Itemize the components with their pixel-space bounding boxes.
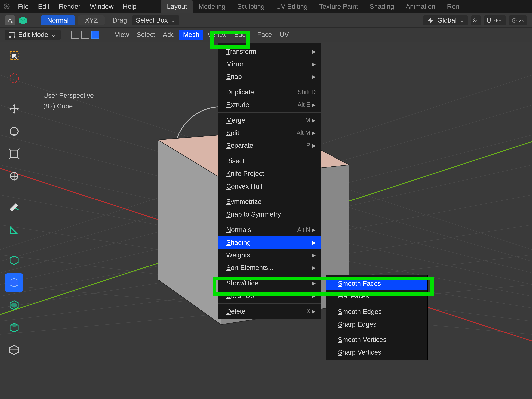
editor-menu-uv[interactable]: UV [277,31,292,38]
menu-item-snap[interactable]: Snap▶ [218,70,321,83]
svg-point-6 [474,20,475,21]
orientation-icon [427,17,434,24]
orientation-dropdown[interactable]: Global ⌄ [423,15,468,25]
proportional-edit-dropdown[interactable] [509,15,527,25]
editor-menu-vertex[interactable]: Vertex [204,31,229,38]
shading-xyz-button[interactable]: XYZ [78,15,105,25]
editor-menu-view[interactable]: View [112,31,132,38]
tab-layout[interactable]: Layout [161,0,193,13]
tool-extrude[interactable] [5,273,23,292]
interaction-mode-icon[interactable] [5,15,15,25]
tool-loop-cut[interactable] [5,341,23,359]
tool-scale[interactable] [5,145,23,163]
submenu-item-sharp-edges[interactable]: Sharp Edges [326,318,427,330]
menu-item-knife-project[interactable]: Knife Project [218,167,321,180]
menu-window[interactable]: Window [85,0,118,13]
menu-item-label: Extrude [226,101,249,108]
menu-item-merge[interactable]: MergeM▶ [218,114,321,127]
menu-item-snap-to-symmetry[interactable]: Snap to Symmetry [218,208,321,221]
menu-edit[interactable]: Edit [33,0,54,13]
snap-dropdown[interactable]: ⊦⊦⊦ ⌄ [484,15,506,25]
edge-select-toggle[interactable] [81,31,89,39]
tab-sculpting[interactable]: Sculpting [231,0,271,13]
vertex-select-toggle[interactable] [71,31,79,39]
editor-menu-face[interactable]: Face [254,31,275,38]
menu-file[interactable]: File [13,0,33,13]
tool-annotate[interactable] [5,198,23,216]
submenu-item-smooth-faces[interactable]: Smooth Faces [326,277,427,290]
submenu-item-smooth-edges[interactable]: Smooth Edges [326,305,427,318]
tool-move[interactable] [5,100,23,118]
menu-render[interactable]: Render [54,0,85,13]
chevron-down-icon: ⌄ [171,18,175,23]
main-menus: FileEditRenderWindowHelp [13,0,141,13]
editor-menu-select[interactable]: Select [134,31,158,38]
tool-transform[interactable] [5,167,23,185]
svg-marker-54 [12,302,17,308]
menu-item-bisect[interactable]: Bisect [218,155,321,167]
face-select-toggle[interactable] [91,31,99,39]
tool-bevel[interactable] [5,318,23,337]
menu-item-normals[interactable]: NormalsAlt N▶ [218,223,321,236]
tool-rotate[interactable] [5,122,23,140]
menu-item-shading[interactable]: Shading▶ [218,236,321,249]
object-type-cube-icon[interactable] [18,15,28,25]
submenu-item-flat-faces[interactable]: Flat Faces [326,290,427,302]
active-object-label: (82) Cube [43,101,94,111]
menu-item-label: Split [226,129,239,137]
menu-item-label: Transform [226,48,256,55]
menu-item-label: Bisect [226,157,244,165]
menu-item-transform[interactable]: Transform▶ [218,45,321,58]
header-bar-3: Edit Mode ⌄ ViewSelectAddMeshVertexEdgeF… [0,28,532,42]
menu-item-shortcut: Shift D [298,89,316,95]
tab-ren[interactable]: Ren [441,0,465,13]
svg-marker-42 [13,112,15,114]
menu-item-mirror[interactable]: Mirror▶ [218,58,321,70]
svg-text:+: + [10,254,13,259]
pivot-dropdown[interactable]: ⌄ [471,15,481,25]
menu-item-shortcut: M▶ [305,117,316,124]
tool-inset[interactable] [5,296,23,314]
tab-uv-editing[interactable]: UV Editing [270,0,313,13]
mode-label: Edit Mode [18,31,48,38]
menu-item-extrude[interactable]: ExtrudeAlt E▶ [218,98,321,111]
editor-menu-edge[interactable]: Edge [231,31,253,38]
tab-animation[interactable]: Animation [400,0,441,13]
menu-item-weights[interactable]: Weights▶ [218,249,321,261]
shading-normal-button[interactable]: Normal [41,15,75,25]
editor-menu-add[interactable]: Add [160,31,177,38]
menu-item-separate[interactable]: SeparateP▶ [218,139,321,152]
menu-item-duplicate[interactable]: DuplicateShift D [218,86,321,98]
drag-label: Drag: [113,17,129,24]
drag-mode-dropdown[interactable]: Select Box ⌄ [132,15,179,25]
editor-menu-mesh[interactable]: Mesh [179,30,203,40]
menu-item-delete[interactable]: DeleteX▶ [218,305,321,317]
svg-marker-56 [10,323,18,327]
menu-item-clean-up[interactable]: Clean Up▶ [218,289,321,302]
tool-measure[interactable] [5,220,23,239]
tab-shading[interactable]: Shading [364,0,400,13]
tab-modeling[interactable]: Modeling [193,0,231,13]
orientation-value: Global [437,17,456,24]
svg-marker-43 [9,108,11,110]
menu-item-split[interactable]: SplitAlt M▶ [218,127,321,139]
svg-rect-12 [9,36,11,38]
tool-cursor[interactable] [5,69,23,87]
menu-help[interactable]: Help [118,0,141,13]
editor-menus: ViewSelectAddMeshVertexEdgeFaceUV [112,30,292,40]
tool-select-box[interactable] [5,47,23,65]
submenu-item-smooth-vertices[interactable]: Smooth Vertices [326,333,427,346]
submenu-item-sharp-vertices[interactable]: Sharp Vertices [326,346,427,359]
mode-dropdown[interactable]: Edit Mode ⌄ [5,30,61,40]
menu-item-sort-elements-[interactable]: Sort Elements...▶ [218,261,321,274]
menu-item-label: Duplicate [226,89,254,96]
menu-item-label: Normals [226,226,251,234]
tool-add-cube[interactable]: + [5,251,23,269]
menu-item-shortcut: P▶ [306,142,316,149]
menu-item-show-hide[interactable]: Show/Hide▶ [218,277,321,289]
blender-logo-icon [0,0,13,13]
menu-item-convex-hull[interactable]: Convex Hull [218,180,321,192]
menu-item-symmetrize[interactable]: Symmetrize [218,195,321,208]
tab-texture-paint[interactable]: Texture Paint [313,0,364,13]
perspective-label: User Perspective [43,90,94,101]
